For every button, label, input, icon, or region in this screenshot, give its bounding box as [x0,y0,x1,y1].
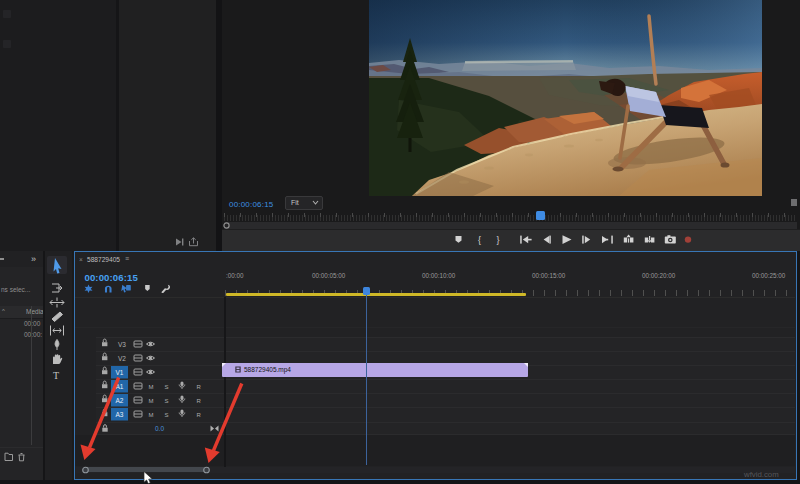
svg-text:S: S [165,384,169,390]
svg-text:A2: A2 [116,397,124,404]
svg-text:R: R [197,384,202,390]
svg-text:V3: V3 [118,341,126,348]
svg-text:T: T [53,370,59,381]
svg-text:}: } [497,235,500,245]
svg-text:A3: A3 [116,411,124,418]
svg-text:A1: A1 [116,383,124,390]
svg-text:{: { [478,235,481,245]
svg-text:M: M [149,384,154,390]
svg-text:V1: V1 [116,369,124,376]
svg-text:V2: V2 [118,355,126,362]
